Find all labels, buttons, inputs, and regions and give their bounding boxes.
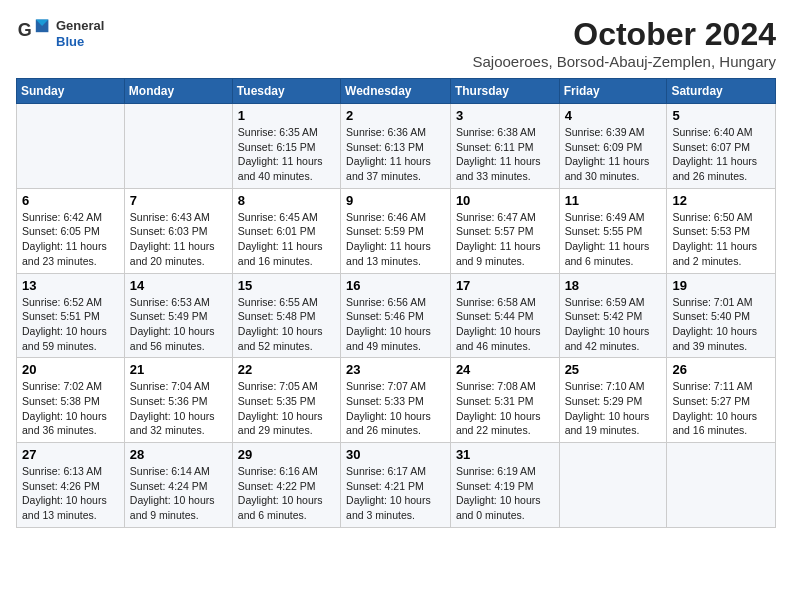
day-detail: Sunrise: 6:19 AM Sunset: 4:19 PM Dayligh… xyxy=(456,464,554,523)
calendar-cell: 3Sunrise: 6:38 AM Sunset: 6:11 PM Daylig… xyxy=(450,104,559,189)
calendar-cell: 13Sunrise: 6:52 AM Sunset: 5:51 PM Dayli… xyxy=(17,273,125,358)
day-detail: Sunrise: 6:36 AM Sunset: 6:13 PM Dayligh… xyxy=(346,125,445,184)
day-detail: Sunrise: 7:01 AM Sunset: 5:40 PM Dayligh… xyxy=(672,295,770,354)
calendar-cell: 1Sunrise: 6:35 AM Sunset: 6:15 PM Daylig… xyxy=(232,104,340,189)
logo-icon: G xyxy=(16,16,52,52)
day-number: 13 xyxy=(22,278,119,293)
calendar-cell: 25Sunrise: 7:10 AM Sunset: 5:29 PM Dayli… xyxy=(559,358,667,443)
day-detail: Sunrise: 6:43 AM Sunset: 6:03 PM Dayligh… xyxy=(130,210,227,269)
day-detail: Sunrise: 6:42 AM Sunset: 6:05 PM Dayligh… xyxy=(22,210,119,269)
month-title: October 2024 xyxy=(473,16,777,53)
day-detail: Sunrise: 7:02 AM Sunset: 5:38 PM Dayligh… xyxy=(22,379,119,438)
calendar-cell: 15Sunrise: 6:55 AM Sunset: 5:48 PM Dayli… xyxy=(232,273,340,358)
day-number: 25 xyxy=(565,362,662,377)
day-number: 6 xyxy=(22,193,119,208)
calendar-cell: 30Sunrise: 6:17 AM Sunset: 4:21 PM Dayli… xyxy=(341,443,451,528)
day-detail: Sunrise: 6:38 AM Sunset: 6:11 PM Dayligh… xyxy=(456,125,554,184)
day-detail: Sunrise: 6:56 AM Sunset: 5:46 PM Dayligh… xyxy=(346,295,445,354)
day-detail: Sunrise: 6:52 AM Sunset: 5:51 PM Dayligh… xyxy=(22,295,119,354)
day-number: 30 xyxy=(346,447,445,462)
day-number: 14 xyxy=(130,278,227,293)
title-area: October 2024 Sajooeroes, Borsod-Abauj-Ze… xyxy=(473,16,777,70)
day-detail: Sunrise: 6:14 AM Sunset: 4:24 PM Dayligh… xyxy=(130,464,227,523)
calendar-cell: 14Sunrise: 6:53 AM Sunset: 5:49 PM Dayli… xyxy=(124,273,232,358)
calendar-cell xyxy=(17,104,125,189)
svg-text:G: G xyxy=(18,20,32,40)
calendar-cell xyxy=(124,104,232,189)
day-number: 19 xyxy=(672,278,770,293)
weekday-header-sunday: Sunday xyxy=(17,79,125,104)
day-number: 29 xyxy=(238,447,335,462)
calendar-cell: 21Sunrise: 7:04 AM Sunset: 5:36 PM Dayli… xyxy=(124,358,232,443)
calendar-cell: 26Sunrise: 7:11 AM Sunset: 5:27 PM Dayli… xyxy=(667,358,776,443)
day-number: 21 xyxy=(130,362,227,377)
day-detail: Sunrise: 6:40 AM Sunset: 6:07 PM Dayligh… xyxy=(672,125,770,184)
calendar-cell: 7Sunrise: 6:43 AM Sunset: 6:03 PM Daylig… xyxy=(124,188,232,273)
day-number: 18 xyxy=(565,278,662,293)
day-number: 2 xyxy=(346,108,445,123)
day-number: 27 xyxy=(22,447,119,462)
calendar-cell: 17Sunrise: 6:58 AM Sunset: 5:44 PM Dayli… xyxy=(450,273,559,358)
weekday-header-wednesday: Wednesday xyxy=(341,79,451,104)
calendar-cell: 18Sunrise: 6:59 AM Sunset: 5:42 PM Dayli… xyxy=(559,273,667,358)
calendar-cell: 16Sunrise: 6:56 AM Sunset: 5:46 PM Dayli… xyxy=(341,273,451,358)
day-number: 1 xyxy=(238,108,335,123)
calendar-table: SundayMondayTuesdayWednesdayThursdayFrid… xyxy=(16,78,776,528)
calendar-cell: 24Sunrise: 7:08 AM Sunset: 5:31 PM Dayli… xyxy=(450,358,559,443)
calendar-cell: 20Sunrise: 7:02 AM Sunset: 5:38 PM Dayli… xyxy=(17,358,125,443)
day-number: 24 xyxy=(456,362,554,377)
calendar-cell: 27Sunrise: 6:13 AM Sunset: 4:26 PM Dayli… xyxy=(17,443,125,528)
calendar-cell: 19Sunrise: 7:01 AM Sunset: 5:40 PM Dayli… xyxy=(667,273,776,358)
day-detail: Sunrise: 6:47 AM Sunset: 5:57 PM Dayligh… xyxy=(456,210,554,269)
day-detail: Sunrise: 7:11 AM Sunset: 5:27 PM Dayligh… xyxy=(672,379,770,438)
calendar-cell: 22Sunrise: 7:05 AM Sunset: 5:35 PM Dayli… xyxy=(232,358,340,443)
logo: G General Blue xyxy=(16,16,104,52)
calendar-cell: 6Sunrise: 6:42 AM Sunset: 6:05 PM Daylig… xyxy=(17,188,125,273)
day-number: 9 xyxy=(346,193,445,208)
weekday-header-monday: Monday xyxy=(124,79,232,104)
calendar-cell xyxy=(559,443,667,528)
day-detail: Sunrise: 6:58 AM Sunset: 5:44 PM Dayligh… xyxy=(456,295,554,354)
page-header: G General Blue October 2024 Sajooeroes, … xyxy=(16,16,776,70)
day-number: 28 xyxy=(130,447,227,462)
day-number: 16 xyxy=(346,278,445,293)
calendar-cell: 5Sunrise: 6:40 AM Sunset: 6:07 PM Daylig… xyxy=(667,104,776,189)
weekday-header-thursday: Thursday xyxy=(450,79,559,104)
weekday-header-tuesday: Tuesday xyxy=(232,79,340,104)
calendar-cell: 31Sunrise: 6:19 AM Sunset: 4:19 PM Dayli… xyxy=(450,443,559,528)
day-detail: Sunrise: 7:08 AM Sunset: 5:31 PM Dayligh… xyxy=(456,379,554,438)
day-number: 23 xyxy=(346,362,445,377)
day-detail: Sunrise: 6:35 AM Sunset: 6:15 PM Dayligh… xyxy=(238,125,335,184)
calendar-cell: 8Sunrise: 6:45 AM Sunset: 6:01 PM Daylig… xyxy=(232,188,340,273)
day-number: 4 xyxy=(565,108,662,123)
day-detail: Sunrise: 7:05 AM Sunset: 5:35 PM Dayligh… xyxy=(238,379,335,438)
calendar-cell: 23Sunrise: 7:07 AM Sunset: 5:33 PM Dayli… xyxy=(341,358,451,443)
day-number: 11 xyxy=(565,193,662,208)
calendar-cell: 29Sunrise: 6:16 AM Sunset: 4:22 PM Dayli… xyxy=(232,443,340,528)
day-detail: Sunrise: 6:13 AM Sunset: 4:26 PM Dayligh… xyxy=(22,464,119,523)
day-number: 10 xyxy=(456,193,554,208)
day-number: 17 xyxy=(456,278,554,293)
day-number: 5 xyxy=(672,108,770,123)
weekday-header-friday: Friday xyxy=(559,79,667,104)
day-detail: Sunrise: 6:59 AM Sunset: 5:42 PM Dayligh… xyxy=(565,295,662,354)
day-detail: Sunrise: 6:16 AM Sunset: 4:22 PM Dayligh… xyxy=(238,464,335,523)
day-detail: Sunrise: 6:53 AM Sunset: 5:49 PM Dayligh… xyxy=(130,295,227,354)
day-detail: Sunrise: 7:07 AM Sunset: 5:33 PM Dayligh… xyxy=(346,379,445,438)
day-number: 3 xyxy=(456,108,554,123)
day-detail: Sunrise: 6:55 AM Sunset: 5:48 PM Dayligh… xyxy=(238,295,335,354)
day-number: 31 xyxy=(456,447,554,462)
day-detail: Sunrise: 7:04 AM Sunset: 5:36 PM Dayligh… xyxy=(130,379,227,438)
location: Sajooeroes, Borsod-Abauj-Zemplen, Hungar… xyxy=(473,53,777,70)
day-number: 26 xyxy=(672,362,770,377)
calendar-cell: 4Sunrise: 6:39 AM Sunset: 6:09 PM Daylig… xyxy=(559,104,667,189)
day-number: 12 xyxy=(672,193,770,208)
weekday-header-saturday: Saturday xyxy=(667,79,776,104)
calendar-cell: 11Sunrise: 6:49 AM Sunset: 5:55 PM Dayli… xyxy=(559,188,667,273)
calendar-cell: 10Sunrise: 6:47 AM Sunset: 5:57 PM Dayli… xyxy=(450,188,559,273)
calendar-cell: 2Sunrise: 6:36 AM Sunset: 6:13 PM Daylig… xyxy=(341,104,451,189)
day-number: 15 xyxy=(238,278,335,293)
day-number: 22 xyxy=(238,362,335,377)
day-detail: Sunrise: 6:45 AM Sunset: 6:01 PM Dayligh… xyxy=(238,210,335,269)
calendar-cell: 12Sunrise: 6:50 AM Sunset: 5:53 PM Dayli… xyxy=(667,188,776,273)
